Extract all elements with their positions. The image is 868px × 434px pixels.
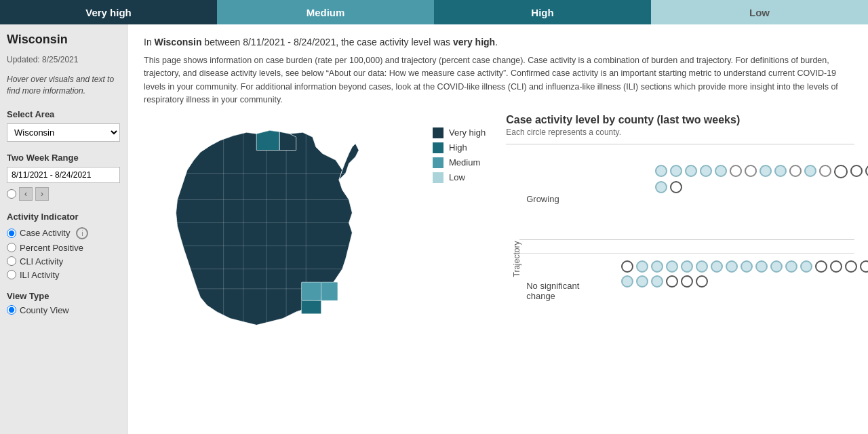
scatter-dot [741, 260, 753, 273]
two-week-range-label: Two Week Range [7, 153, 120, 163]
activity-indicator-label: Activity Indicator [7, 212, 120, 222]
scatter-dot [770, 260, 783, 273]
legend-very-high: Very high [433, 127, 486, 138]
desc-end: . [495, 37, 498, 47]
top-bar: Very high Medium High Low [0, 0, 868, 24]
chart-divider [519, 239, 854, 240]
chart-subtitle: Each circle represents a county. [506, 127, 854, 137]
range-input[interactable] [7, 167, 120, 183]
radio-county-view-label: County View [20, 305, 69, 315]
chart-title: Case activity level by county (last two … [506, 114, 854, 126]
scatter-dot [651, 260, 663, 273]
level-low[interactable]: Low [651, 0, 868, 24]
radio-ili-label: ILI Activity [20, 270, 60, 280]
chart-area: Case activity level by county (last two … [499, 114, 861, 428]
scatter-dot [860, 260, 868, 273]
description-block: In Wisconsin between 8/11/2021 - 8/24/20… [127, 24, 868, 114]
scatter-dot [621, 275, 633, 288]
scatter-dot [850, 165, 863, 177]
scatter-dot [666, 275, 678, 288]
legend-box-very-high [433, 127, 443, 138]
legend-box-medium [433, 157, 443, 168]
range-nav: ‹ › [7, 187, 120, 201]
chart-row-no-change: No significant change [519, 253, 854, 348]
radio-county-view[interactable] [7, 305, 16, 315]
svg-rect-12 [321, 282, 338, 300]
scatter-dot [696, 275, 708, 288]
legend-low: Low [433, 172, 486, 183]
description-body: This page shows information on case burd… [144, 54, 852, 107]
scatter-dot [655, 181, 667, 193]
scatter-dot [815, 260, 827, 273]
scatter-dot [636, 275, 648, 288]
level-high[interactable]: High [434, 0, 651, 24]
activity-case-activity[interactable]: Case Activity i [7, 227, 120, 239]
scatter-dot [745, 165, 757, 177]
activity-cli[interactable]: CLI Activity [7, 256, 120, 267]
scatter-dot [845, 260, 857, 273]
wisconsin-map: .county { fill: #1a3a4a; stroke: #ffffff… [134, 114, 392, 358]
view-type-radio-group: County View [7, 305, 120, 315]
level-very-high[interactable]: Very high [0, 0, 217, 24]
scatter-dot [755, 260, 768, 273]
range-prev-button[interactable]: ‹ [19, 187, 33, 201]
activity-radio-group: Case Activity i Percent Positive CLI Act… [7, 227, 120, 280]
scatter-dot [715, 165, 727, 177]
view-county[interactable]: County View [7, 305, 120, 315]
legend-medium: Medium [433, 157, 486, 168]
sidebar: Wisconsin Updated: 8/25/2021 Hover over … [0, 24, 127, 434]
scatter-dot [711, 260, 723, 273]
scatter-dot [760, 165, 772, 177]
map-container: .county { fill: #1a3a4a; stroke: #ffffff… [134, 114, 426, 428]
scatter-dot [655, 165, 667, 177]
scatter-dot [681, 260, 693, 273]
radio-cli-label: CLI Activity [20, 256, 63, 267]
scatter-dot [666, 260, 678, 273]
radio-cli[interactable] [7, 256, 16, 266]
range-radio[interactable] [7, 189, 16, 199]
svg-rect-13 [301, 300, 321, 313]
scatter-dot [789, 165, 802, 177]
view-type-label: View Type [7, 291, 120, 301]
scatter-dot-large [834, 165, 848, 178]
legend-high: High [433, 142, 486, 153]
scatter-dot [670, 165, 682, 177]
no-change-label: No significant change [526, 281, 579, 301]
radio-percent-positive[interactable] [7, 243, 16, 252]
legend-label-high: High [449, 142, 467, 153]
radio-case-activity-label: Case Activity [20, 228, 70, 238]
chart-row-growing: Growing [519, 158, 854, 239]
range-next-button[interactable]: › [35, 187, 49, 201]
radio-ili[interactable] [7, 270, 16, 279]
select-area-label: Select Area [7, 109, 120, 119]
activity-percent-positive[interactable]: Percent Positive [7, 243, 120, 253]
level-medium[interactable]: Medium [217, 0, 434, 24]
legend-box-high [433, 142, 443, 153]
scatter-dot [785, 260, 797, 273]
scatter-dot [774, 165, 787, 177]
radio-case-activity[interactable] [7, 229, 16, 238]
desc-location: Wisconsin [155, 37, 202, 47]
growing-label: Growing [526, 193, 559, 203]
scatter-dot [700, 165, 712, 177]
map-chart-area: .county { fill: #1a3a4a; stroke: #ffffff… [127, 114, 868, 435]
scatter-dot [685, 165, 697, 177]
desc-middle: between 8/11/2021 - 8/24/2021, the case … [201, 37, 452, 47]
legend-label-very-high: Very high [449, 127, 486, 138]
main-layout: Wisconsin Updated: 8/25/2021 Hover over … [0, 24, 868, 434]
scatter-dot [696, 260, 708, 273]
sidebar-hover-note: Hover over visuals and text to find more… [7, 74, 120, 97]
sidebar-title: Wisconsin [7, 33, 120, 47]
desc-level: very high [453, 37, 495, 47]
radio-percent-positive-label: Percent Positive [20, 243, 83, 253]
legend-box-low [433, 172, 443, 183]
scatter-dot [830, 260, 842, 273]
activity-ili[interactable]: ILI Activity [7, 270, 120, 280]
scatter-dot [800, 260, 812, 273]
area-select[interactable]: Wisconsin [7, 123, 120, 142]
scatter-dot [819, 165, 831, 177]
description-line1: In Wisconsin between 8/11/2021 - 8/24/20… [144, 37, 852, 47]
scatter-dot [621, 260, 633, 273]
scatter-dot [681, 275, 693, 288]
case-activity-info-icon[interactable]: i [76, 227, 88, 239]
